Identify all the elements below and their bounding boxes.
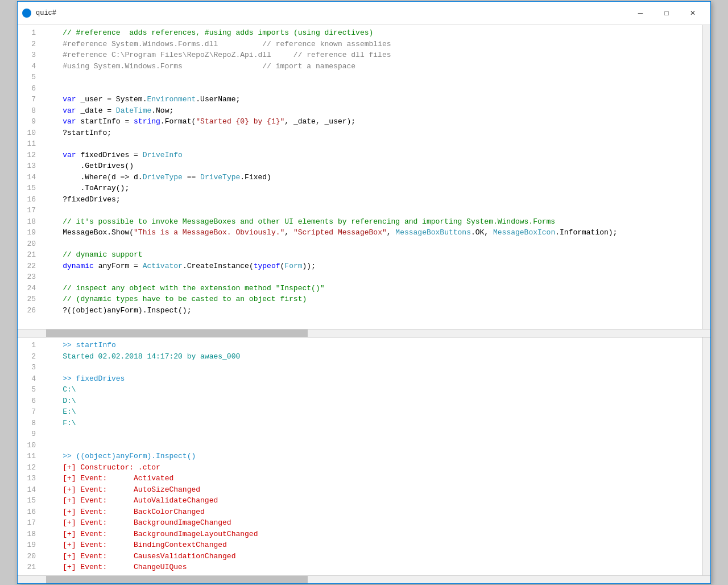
close-button[interactable]: ✕ xyxy=(680,5,706,21)
line-number: 8 xyxy=(22,105,36,117)
code-token: ?fixedDrives; xyxy=(45,195,121,204)
editor-hscrollbar[interactable] xyxy=(18,329,710,337)
output-vscrollbar[interactable] xyxy=(702,337,710,575)
output-token: [+] Event: BindingContextChanged xyxy=(45,541,227,549)
line-number: 16 xyxy=(22,506,36,518)
line-number: 21 xyxy=(22,249,36,261)
code-token: #reference C:\Program Files\RepoZ\RepoZ.… xyxy=(45,51,391,59)
output-line: [+] Event: AutoSizeChanged xyxy=(45,484,698,496)
line-number: 7 xyxy=(22,406,36,418)
line-number: 6 xyxy=(22,83,36,94)
line-number: 14 xyxy=(22,172,36,183)
line-number: 16 xyxy=(22,194,36,205)
code-token: DriveType xyxy=(143,173,183,182)
output-line: [+] Event: CausesValidationChanged xyxy=(45,551,698,562)
code-token: typeof xyxy=(254,262,280,270)
line-number: 7 xyxy=(22,94,36,105)
code-line xyxy=(45,83,698,94)
line-number: 20 xyxy=(22,551,36,562)
editor-hscrollbar-thumb xyxy=(46,329,308,337)
code-token: imports xyxy=(258,28,289,37)
code-token: string xyxy=(134,117,160,126)
code-line: dynamic anyForm = Activator.CreateInstan… xyxy=(45,261,698,272)
output-code[interactable]: >> startInfo Started 02.02.2018 14:17:20… xyxy=(40,337,702,575)
code-line: .GetDrives() xyxy=(45,160,698,172)
output-panel: 123456789101112131415161718192021 >> sta… xyxy=(18,337,710,583)
line-number: 19 xyxy=(22,539,36,551)
code-token: .Fixed) xyxy=(240,173,271,182)
editor-vscrollbar[interactable] xyxy=(702,25,710,329)
line-number: 12 xyxy=(22,462,36,473)
line-number: 8 xyxy=(22,418,36,429)
code-token: , xyxy=(284,228,293,237)
code-token: _user = System. xyxy=(76,95,147,104)
line-number: 15 xyxy=(22,183,36,194)
line-number: 3 xyxy=(22,50,36,61)
code-token: Form xyxy=(284,262,302,270)
code-token: MessageBoxButtons xyxy=(395,228,471,237)
output-token: D:\ xyxy=(45,397,76,405)
line-number: 25 xyxy=(22,294,36,305)
code-line xyxy=(45,238,698,250)
code-token: .GetDrives() xyxy=(45,162,134,170)
output-line: >> fixedDrives xyxy=(45,373,698,385)
line-number: 13 xyxy=(22,473,36,484)
output-line: [+] Constructor: .ctor xyxy=(45,462,698,473)
code-token: ?startInfo; xyxy=(45,129,111,137)
output-line: [+] Event: Activated xyxy=(45,473,698,484)
output-content: 123456789101112131415161718192021 >> sta… xyxy=(18,337,710,575)
code-token: var xyxy=(63,151,76,159)
line-number: 21 xyxy=(22,562,36,573)
code-token: == xyxy=(183,173,200,182)
line-number: 24 xyxy=(22,283,36,294)
output-token: [+] Event: BackgroundImageLayoutChanged xyxy=(45,530,258,538)
line-number: 5 xyxy=(22,72,36,83)
code-token: var xyxy=(63,117,76,126)
line-number: 6 xyxy=(22,396,36,407)
line-number: 17 xyxy=(22,205,36,216)
code-line: #reference System.Windows.Forms.dll // r… xyxy=(45,39,698,50)
code-token: Activator xyxy=(143,262,183,270)
line-number: 11 xyxy=(22,451,36,462)
code-line: ?((object)anyForm).Inspect(); xyxy=(45,305,698,316)
line-number: 20 xyxy=(22,238,36,250)
code-token: MessageBoxIcon xyxy=(493,228,555,237)
output-line xyxy=(45,362,698,373)
output-line: D:\ xyxy=(45,396,698,407)
code-token: known xyxy=(320,40,342,48)
line-number: 23 xyxy=(22,271,36,283)
output-token: [+] Event: AutoSizeChanged xyxy=(45,485,200,494)
output-line: [+] Event: BackgroundImageChanged xyxy=(45,517,698,529)
code-token: .Show( xyxy=(107,228,134,237)
code-token: )); xyxy=(303,262,316,270)
output-line: [+] Event: AutoValidateChanged xyxy=(45,495,698,506)
code-token: DriveType xyxy=(200,173,240,182)
maximize-button[interactable]: □ xyxy=(653,5,680,21)
output-token: [+] Event: Activated xyxy=(45,474,173,483)
output-line: E:\ xyxy=(45,406,698,418)
code-line: // #reference adds references, #using ad… xyxy=(45,27,698,39)
code-token: Environment xyxy=(147,95,196,104)
line-number: 18 xyxy=(22,529,36,540)
main-window: quic# ─ □ ✕ 1234567891011121314151617181… xyxy=(17,1,711,584)
output-hscrollbar[interactable] xyxy=(18,575,710,583)
code-token xyxy=(45,262,63,270)
code-token: var xyxy=(63,106,76,115)
app-icon xyxy=(22,9,31,18)
window-controls: ─ □ ✕ xyxy=(627,5,706,21)
line-number: 4 xyxy=(22,61,36,72)
editor-code[interactable]: // #reference adds references, #using ad… xyxy=(40,25,702,329)
line-number: 19 xyxy=(22,227,36,238)
line-number: 18 xyxy=(22,216,36,228)
code-token: , xyxy=(387,228,396,237)
output-token: >> ((object)anyForm).Inspect() xyxy=(45,452,196,460)
line-number: 3 xyxy=(22,362,36,373)
minimize-button[interactable]: ─ xyxy=(627,5,653,21)
output-token: >> fixedDrives xyxy=(45,374,125,383)
code-token: DateTime xyxy=(116,106,151,115)
output-line: Started 02.02.2018 14:17:20 by awaes_000 xyxy=(45,351,698,362)
code-token xyxy=(45,95,63,104)
code-token: // #reference adds references, #using ad… xyxy=(45,28,258,37)
output-token: C:\ xyxy=(45,385,76,394)
code-token: DriveInfo xyxy=(143,151,183,159)
